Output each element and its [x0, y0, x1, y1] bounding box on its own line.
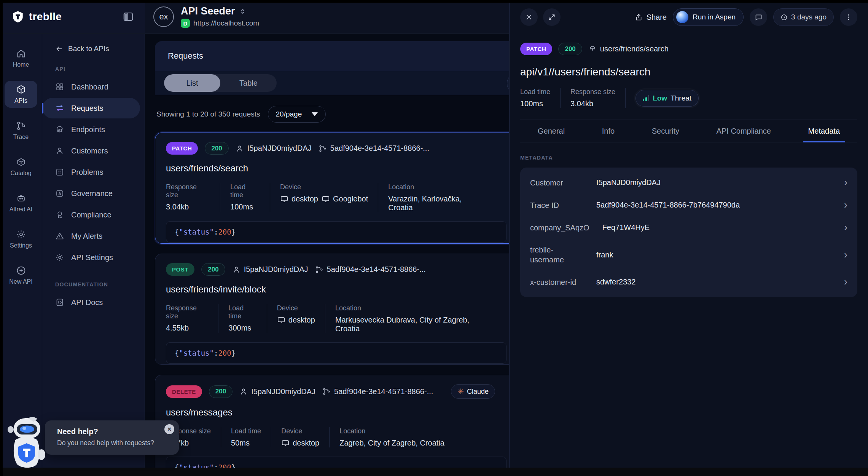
api-name: API Seeder: [181, 5, 235, 17]
window-left-edge: [0, 0, 3, 476]
close-button[interactable]: [520, 8, 538, 26]
sidebar-item-requests[interactable]: Requests: [42, 98, 140, 118]
treblle-logo: treblle: [11, 10, 62, 24]
help-body: Do you need help with requests?: [57, 439, 164, 448]
request-card[interactable]: PATCH 200 I5paNJD0miydDAJ 5adf904e-3e14-…: [155, 133, 509, 244]
monitor-icon: [322, 195, 330, 203]
response-preview: {"status":200}: [166, 221, 506, 243]
threat-badge: Low Threat: [635, 90, 699, 107]
method-badge: POST: [166, 263, 194, 276]
pagination-row: Showing 1 to 20 of 350 requests 20/page: [156, 106, 509, 123]
rail-item-alfred-ai[interactable]: Alfred AI: [5, 189, 37, 216]
stat-response-size: Response size 3.04kb: [166, 183, 220, 212]
sidebar-item-api-settings[interactable]: API Settings: [42, 247, 141, 268]
detail-toolbar: Share Run in Aspen 3 days ago: [520, 8, 857, 26]
stat-load-time: Load time 100ms: [230, 183, 270, 212]
comment-button[interactable]: [750, 8, 767, 26]
per-page-dropdown[interactable]: 20/page: [268, 106, 326, 123]
rail-item-settings[interactable]: Settings: [5, 225, 37, 252]
clock-icon: [780, 14, 788, 21]
warning-triangle-icon: [55, 232, 64, 241]
tab-api-compliance[interactable]: API Compliance: [717, 120, 771, 142]
trace-icon: [319, 144, 327, 153]
tab-info[interactable]: Info: [602, 120, 615, 142]
base-url: https://localhost.com: [193, 19, 259, 27]
view-toggle: List Table: [164, 74, 277, 92]
sidebar-item-my-alerts[interactable]: My Alerts: [42, 226, 141, 246]
request-card[interactable]: DELETE 200 I5paNJD0miydDAJ 5adf904e-3e14…: [155, 375, 509, 476]
share-button[interactable]: Share: [635, 13, 667, 22]
sidebar-item-customers[interactable]: Customers: [42, 141, 141, 161]
env-badge: D: [181, 19, 190, 28]
toggle-list[interactable]: List: [164, 74, 220, 92]
treblle-robot-mascot: [5, 414, 48, 471]
window-top-edge: [0, 0, 868, 3]
metadata-row-company[interactable]: company_SAqzO Feq71W4HyE ›: [520, 216, 857, 239]
dropdown-caret-icon: [312, 112, 318, 116]
trace-icon: [315, 265, 323, 274]
code-doc-icon: [55, 298, 64, 307]
metadata-row-customer[interactable]: Customer I5paNJD0miydDAJ ›: [520, 171, 857, 194]
caret-sort-icon[interactable]: [239, 8, 247, 15]
sidebar-item-governance[interactable]: Governance: [42, 183, 141, 204]
stat-response-size: Response size 3.04kb: [570, 88, 626, 108]
back-to-apis-link[interactable]: Back to APIs: [42, 45, 145, 53]
metadata-row-treblle-username[interactable]: treblle-username frank ›: [520, 239, 857, 271]
metadata-row-x-customer-id[interactable]: x-customer-id sdwfer2332 ›: [520, 271, 857, 293]
sidebar-item-problems[interactable]: Problems: [42, 162, 141, 182]
api-header: ex API Seeder D https://localhost.com: [145, 0, 509, 34]
chevron-right-icon: ›: [844, 277, 847, 287]
sidebar-item-compliance[interactable]: Compliance: [42, 204, 141, 225]
response-preview: {"status":200}: [166, 342, 506, 364]
rail-item-home[interactable]: Home: [5, 45, 37, 72]
icon-rail: Home APIs Trace Catalog Alfred AI Settin…: [0, 34, 42, 476]
api-avatar: ex: [153, 6, 174, 27]
metadata-row-trace-id[interactable]: Trace ID 5adf904e-3e14-4571-8866-7b76494…: [520, 194, 857, 216]
governance-icon: [55, 189, 64, 198]
collapse-sidebar-icon[interactable]: [121, 10, 135, 24]
sidebar-item-api-docs[interactable]: API Docs: [42, 292, 141, 313]
expand-button[interactable]: [543, 8, 561, 26]
sidebar-item-endpoints[interactable]: Endpoints: [42, 119, 141, 140]
timestamp-pill[interactable]: 3 days ago: [773, 8, 834, 26]
run-in-aspen-button[interactable]: Run in Aspen: [673, 8, 744, 26]
help-tooltip: Need help? Do you need help with request…: [45, 420, 179, 455]
request-card[interactable]: POST 200 I5paNJD0miydDAJ 5adf904e-3e14-4…: [155, 254, 509, 365]
tab-metadata[interactable]: Metadata: [808, 120, 840, 142]
request-list: PATCH 200 I5paNJD0miydDAJ 5adf904e-3e14-…: [145, 133, 509, 476]
status-badge: 200: [201, 263, 225, 276]
sidebar-item-dashboard[interactable]: Dashboard: [42, 77, 141, 97]
customer-chip: I5paNJD0miydDAJ: [239, 387, 315, 396]
chevron-right-icon: ›: [844, 222, 847, 233]
requests-header: Requests List Table: [155, 41, 509, 95]
tab-general[interactable]: General: [538, 120, 565, 142]
help-close-icon[interactable]: ✕: [164, 424, 174, 434]
detail-tabs: General Info Security API Compliance Met…: [520, 120, 857, 142]
request-title: api/v1//users/friends/search: [520, 66, 857, 78]
rail-item-catalog[interactable]: Catalog: [5, 153, 37, 180]
customer-chip: I5paNJD0miydDAJ: [236, 144, 312, 153]
arrow-left-icon: [55, 45, 64, 53]
tab-security[interactable]: Security: [652, 120, 679, 142]
treblle-shield-icon: [11, 10, 24, 24]
monitor-icon: [277, 316, 285, 324]
brand-name: treblle: [29, 11, 62, 23]
method-badge: DELETE: [166, 385, 202, 398]
stat-location: Location Markusevecka Dubrava, City of Z…: [335, 304, 497, 333]
endpoints-icon: [55, 125, 64, 134]
trace-icon: [322, 387, 331, 396]
stat-device: Device desktop Googlebot: [280, 183, 378, 212]
rail-item-new-api[interactable]: New API: [5, 262, 37, 289]
rail-item-trace[interactable]: Trace: [5, 117, 37, 144]
active-indicator: [42, 103, 43, 113]
stat-location: Location Zagreb, City of Zagreb, Croatia: [339, 427, 454, 447]
toggle-table[interactable]: Table: [220, 74, 277, 92]
method-badge: PATCH: [166, 142, 198, 155]
trace-chip: 5adf904e-3e14-4571-8866-...: [319, 144, 429, 153]
robot-icon: [16, 193, 26, 203]
kebab-menu-button[interactable]: [840, 8, 857, 26]
rail-item-apis[interactable]: APIs: [5, 81, 37, 108]
section-label-api: API: [42, 53, 145, 76]
stat-location: Location Varazdin, Karlovačka, Croatia: [388, 183, 497, 212]
claude-tag: ✳ Claude: [451, 384, 495, 399]
